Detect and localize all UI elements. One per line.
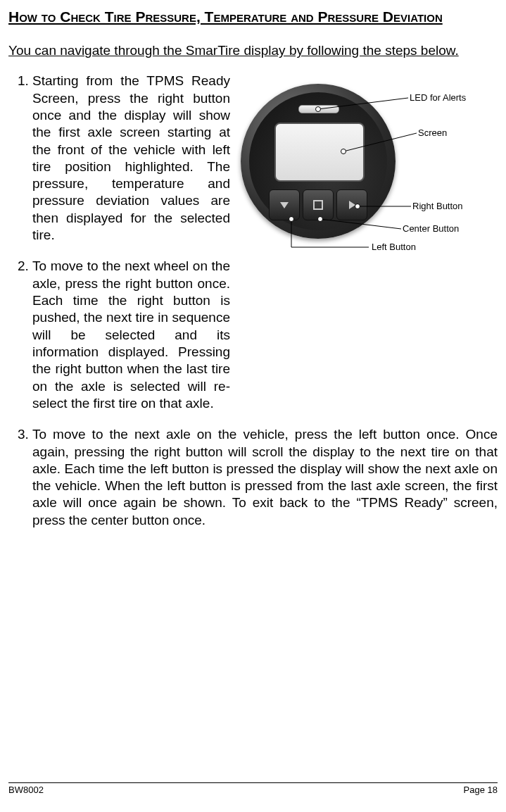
device-figure: LED for Alerts Screen Right Button Cente…: [234, 73, 494, 270]
step-2: To move to the next wheel on the axle, p…: [32, 258, 498, 412]
right-button-label: Right Button: [412, 201, 463, 211]
content-block: Starting from the TPMS Ready Screen, pre…: [8, 73, 498, 529]
left-button[interactable]: [269, 189, 300, 220]
page: How to Check Tire Pressure, Temperature …: [0, 0, 506, 812]
step-2-part-b: once. Each time the right button is push…: [32, 276, 230, 411]
down-arrow-icon: [280, 202, 289, 208]
page-title: How to Check Tire Pressure, Temperature …: [8, 7, 498, 26]
screen-label: Screen: [418, 127, 447, 138]
intro-text: You can navigate through the SmarTire di…: [8, 43, 498, 58]
left-button-label: Left Button: [372, 242, 416, 252]
device-screen: [274, 123, 365, 182]
footer-page-number: Page 18: [464, 785, 498, 795]
square-icon: [313, 200, 323, 210]
led-label: LED for Alerts: [410, 92, 466, 103]
footer: BW8002 Page 18: [8, 782, 498, 795]
center-button-label: Center Button: [403, 223, 459, 234]
right-button[interactable]: [336, 189, 367, 220]
footer-doc-id: BW8002: [8, 785, 44, 795]
step-3: To move to the next axle on the vehicle,…: [32, 426, 498, 529]
